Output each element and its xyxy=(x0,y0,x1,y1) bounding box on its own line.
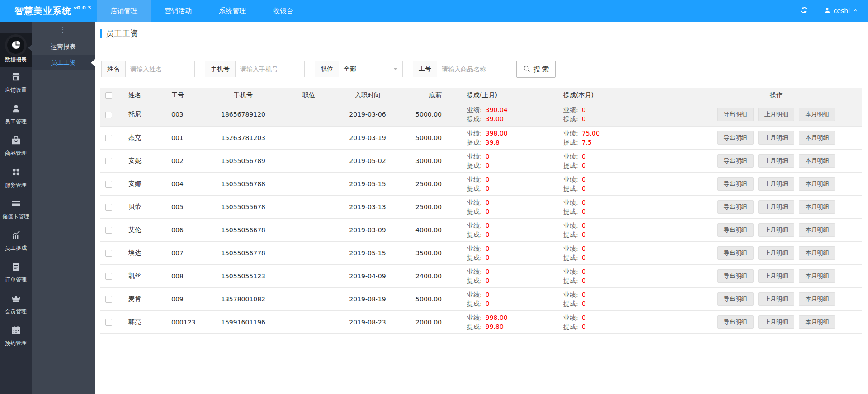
export-details-button[interactable]: 导出明细 xyxy=(717,269,754,283)
sidebar-item-store-settings[interactable]: 店铺设置 xyxy=(0,67,32,98)
position-select[interactable]: 全部 xyxy=(339,61,402,77)
sidebar-item-staff-management[interactable]: 员工管理 xyxy=(0,98,32,130)
cell-actions: 导出明细 上月明细 本月明细 xyxy=(691,149,862,172)
phone-input[interactable] xyxy=(236,61,304,77)
row-checkbox[interactable] xyxy=(105,250,112,257)
nav-tab-store-management[interactable]: 店铺管理 xyxy=(97,0,151,22)
name-input[interactable] xyxy=(126,61,194,77)
search-button-label: 搜 索 xyxy=(533,65,549,74)
this-month-details-button[interactable]: 本月明细 xyxy=(799,177,835,191)
staff-person-icon xyxy=(11,103,21,116)
row-checkbox[interactable] xyxy=(105,181,112,188)
row-checkbox[interactable] xyxy=(105,296,112,303)
cell-position xyxy=(284,264,334,287)
cell-hire-date: 2019-04-09 xyxy=(334,264,401,287)
last-month-details-button[interactable]: 上月明细 xyxy=(758,108,794,121)
cell-emp-no: 004 xyxy=(160,172,203,195)
cell-base-salary: 4000.00 xyxy=(401,218,453,241)
empno-field-label: 工号 xyxy=(413,61,437,77)
export-details-button[interactable]: 导出明细 xyxy=(717,246,754,260)
this-month-details-button[interactable]: 本月明细 xyxy=(799,246,835,260)
top-bar: 智慧美业系统 v0.0.3 店铺管理 营销活动 系统管理 收银台 xyxy=(0,0,868,22)
nav-tab-system[interactable]: 系统管理 xyxy=(205,0,259,22)
export-details-button[interactable]: 导出明细 xyxy=(717,154,754,168)
phone-field-label: 手机号 xyxy=(205,61,236,77)
row-checkbox[interactable] xyxy=(105,135,112,141)
cell-commission-this-month: 业绩:0 提成:0 xyxy=(560,264,691,287)
last-month-details-button[interactable]: 上月明细 xyxy=(758,292,794,306)
nav-tab-cashier[interactable]: 收银台 xyxy=(259,0,307,22)
cell-commission-last-month: 业绩:398.00 提成:39.8 xyxy=(453,126,560,149)
submenu-collapse-handle[interactable]: ⋮ xyxy=(32,22,95,39)
last-month-details-button[interactable]: 上月明细 xyxy=(758,246,794,260)
export-details-button[interactable]: 导出明细 xyxy=(717,315,754,329)
empno-field-group: 工号 xyxy=(413,61,506,77)
last-month-details-button[interactable]: 上月明细 xyxy=(758,177,794,191)
this-month-details-button[interactable]: 本月明细 xyxy=(799,108,835,121)
export-details-button[interactable]: 导出明细 xyxy=(717,223,754,237)
sidebar-item-service-management[interactable]: 服务管理 xyxy=(0,162,32,193)
credit-card-icon xyxy=(11,198,21,211)
export-details-button[interactable]: 导出明细 xyxy=(717,131,754,145)
export-details-button[interactable]: 导出明细 xyxy=(717,292,754,306)
refresh-button[interactable] xyxy=(800,6,808,16)
sidebar-item-data-reports[interactable]: 数据报表 xyxy=(0,33,32,67)
row-checkbox[interactable] xyxy=(105,112,112,118)
nav-tab-marketing[interactable]: 营销活动 xyxy=(151,0,205,22)
sidebar-item-order-management[interactable]: 订单管理 xyxy=(0,257,32,288)
sidebar-item-member-management[interactable]: 会员管理 xyxy=(0,288,32,320)
last-month-details-button[interactable]: 上月明细 xyxy=(758,315,794,329)
last-month-details-button[interactable]: 上月明细 xyxy=(758,200,794,214)
cell-phone: 15055056778 xyxy=(203,241,284,264)
this-month-details-button[interactable]: 本月明细 xyxy=(799,315,835,329)
row-checkbox[interactable] xyxy=(105,273,112,280)
cell-base-salary: 5000.00 xyxy=(401,287,453,310)
last-month-details-button[interactable]: 上月明细 xyxy=(758,154,794,168)
top-nav: 店铺管理 营销活动 系统管理 收银台 xyxy=(97,0,307,22)
this-month-details-button[interactable]: 本月明细 xyxy=(799,292,835,306)
export-details-button[interactable]: 导出明细 xyxy=(717,177,754,191)
cell-phone: 15055056788 xyxy=(203,172,284,195)
last-month-details-button[interactable]: 上月明细 xyxy=(758,269,794,283)
row-checkbox[interactable] xyxy=(105,227,112,234)
this-month-details-button[interactable]: 本月明细 xyxy=(799,154,835,168)
cell-actions: 导出明细 上月明细 本月明细 xyxy=(691,195,862,218)
select-all-checkbox[interactable] xyxy=(105,92,112,99)
export-details-button[interactable]: 导出明细 xyxy=(717,200,754,214)
row-checkbox[interactable] xyxy=(105,319,112,326)
empno-input[interactable] xyxy=(437,61,506,77)
export-details-button[interactable]: 导出明细 xyxy=(717,108,754,121)
sidebar-item-product-management[interactable]: 商品管理 xyxy=(0,130,32,162)
cell-emp-no: 001 xyxy=(160,126,203,149)
cell-name: 埃达 xyxy=(117,241,160,264)
cell-commission-this-month: 业绩:75.00 提成:7.5 xyxy=(560,126,691,149)
cell-actions: 导出明细 上月明细 本月明细 xyxy=(691,126,862,149)
last-month-details-button[interactable]: 上月明细 xyxy=(758,223,794,237)
this-month-details-button[interactable]: 本月明细 xyxy=(799,269,835,283)
this-month-details-button[interactable]: 本月明细 xyxy=(799,223,835,237)
cell-commission-this-month: 业绩:0 提成:0 xyxy=(560,218,691,241)
table-row: 托尼 003 18656789120 2019-03-06 5000.00 业绩… xyxy=(100,103,862,126)
sidebar-item-staff-commission[interactable]: 员工提成 xyxy=(0,225,32,257)
active-submenu-notch xyxy=(91,59,95,66)
cell-commission-last-month: 业绩:0 提成:0 xyxy=(453,218,560,241)
row-checkbox[interactable] xyxy=(105,158,112,164)
user-menu[interactable]: ceshi xyxy=(824,7,858,15)
last-month-details-button[interactable]: 上月明细 xyxy=(758,131,794,145)
app-logo: 智慧美业系统 v0.0.3 xyxy=(0,0,97,22)
cell-actions: 导出明细 上月明细 本月明细 xyxy=(691,172,862,195)
sidebar-item-stored-value-card[interactable]: 储值卡管理 xyxy=(0,193,32,225)
cell-commission-this-month: 业绩:0 提成:0 xyxy=(560,287,691,310)
row-checkbox[interactable] xyxy=(105,204,112,211)
sidebar-item-appointment-management[interactable]: 预约管理 xyxy=(0,320,32,352)
submenu-item-staff-salary[interactable]: 员工工资 xyxy=(32,55,95,70)
this-month-details-button[interactable]: 本月明细 xyxy=(799,200,835,214)
cell-hire-date: 2019-05-15 xyxy=(334,172,401,195)
cell-commission-last-month: 业绩:0 提成:0 xyxy=(453,195,560,218)
cell-position xyxy=(284,287,334,310)
main-content: 员工工资 姓名 手机号 职位 全部 工号 xyxy=(95,22,868,394)
this-month-details-button[interactable]: 本月明细 xyxy=(799,131,835,145)
submenu-item-operation-reports[interactable]: 运营报表 xyxy=(32,39,95,55)
cell-position xyxy=(284,195,334,218)
search-button[interactable]: 搜 索 xyxy=(516,61,556,78)
